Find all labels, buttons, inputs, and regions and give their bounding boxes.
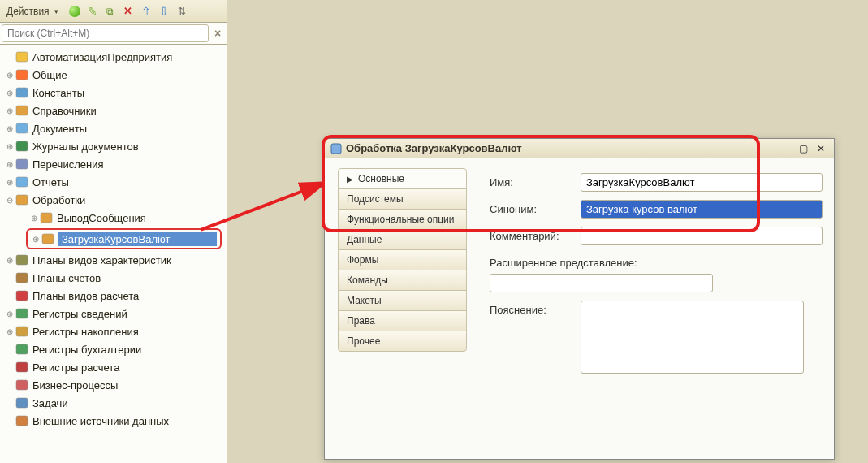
dialog-body: ▶ОсновныеПодсистемыФункциональные опцииД… xyxy=(325,158,834,459)
close-button[interactable]: ✕ xyxy=(813,142,829,155)
explanation-textarea[interactable] xyxy=(581,301,804,374)
name-input[interactable] xyxy=(581,173,823,192)
tree-item-catalogs[interactable]: ⊕Справочники xyxy=(0,102,227,119)
nav-item[interactable]: Права xyxy=(338,310,467,331)
tree-item-dataprocessor-item[interactable]: ⊕ЗагрузкаКурсовВалют xyxy=(28,230,220,248)
calcplans-icon xyxy=(15,288,29,303)
tree-item-bp[interactable]: Бизнес-процессы xyxy=(0,376,227,394)
nav-item[interactable]: Функциональные опции xyxy=(338,209,467,230)
svg-rect-11 xyxy=(16,255,28,265)
search-row: × xyxy=(0,23,227,45)
dataprocessors-icon xyxy=(15,193,29,207)
svg-rect-14 xyxy=(16,309,28,318)
nav-item-label: Формы xyxy=(347,254,378,266)
move-up-button[interactable]: ⇧ xyxy=(138,3,154,19)
svg-rect-9 xyxy=(41,213,52,223)
tree-item-label: Планы видов расчета xyxy=(32,290,223,302)
reports-icon xyxy=(15,175,29,189)
calcreg-icon xyxy=(15,360,29,374)
tree-item-enums[interactable]: ⊕Перечисления xyxy=(0,155,227,173)
comment-input[interactable] xyxy=(581,227,823,245)
expand-icon[interactable]: ⊕ xyxy=(5,89,15,97)
synonym-input[interactable] xyxy=(581,200,823,219)
dialog-titlebar[interactable]: Обработка ЗагрузкаКурсовВалют — ▢ ✕ xyxy=(325,139,834,158)
svg-rect-0 xyxy=(16,52,28,62)
tree-item-label: Регистры накопления xyxy=(32,326,223,338)
expand-icon[interactable]: ⊕ xyxy=(5,309,15,318)
edit-button[interactable]: ✎ xyxy=(84,3,101,19)
charplans-icon xyxy=(15,253,29,267)
tree-item-label: Регистры расчета xyxy=(32,361,223,374)
minimize-button[interactable]: — xyxy=(777,142,793,155)
documents-icon xyxy=(15,121,29,136)
tree-item-reports[interactable]: ⊕Отчеты xyxy=(0,173,227,191)
tree-item-label: Планы видов характеристик xyxy=(32,254,223,266)
svg-rect-19 xyxy=(16,398,28,408)
expand-icon[interactable]: ⊕ xyxy=(5,71,15,80)
tree-item-accumreg[interactable]: ⊕Регистры накопления xyxy=(0,322,227,340)
tree-item-common[interactable]: ⊕Общие xyxy=(0,66,227,84)
expand-icon[interactable]: ⊕ xyxy=(5,327,15,336)
tree-item-journals[interactable]: ⊕Журналы документов xyxy=(0,137,227,155)
synonym-label: Синоним: xyxy=(490,200,581,215)
delete-button[interactable]: ✕ xyxy=(120,3,136,19)
search-input[interactable] xyxy=(2,24,209,42)
toolbar: Действия ▾ ✎ ⧉ ✕ ⇧ ⇩ ⇅ xyxy=(0,0,227,23)
tree-item-charplans[interactable]: ⊕Планы видов характеристик xyxy=(0,251,227,269)
tree-item-globe[interactable]: АвтоматизацияПредприятия xyxy=(0,48,227,66)
tree-item-extdata[interactable]: Внешние источники данных xyxy=(0,412,227,430)
config-tree[interactable]: АвтоматизацияПредприятия⊕Общие⊕Константы… xyxy=(0,45,227,463)
enums-icon xyxy=(15,157,29,171)
actions-menu[interactable]: Действия xyxy=(3,6,53,17)
catalogs-icon xyxy=(15,103,29,118)
accumreg-icon xyxy=(15,324,29,339)
tree-item-label: Регистры бухгалтерии xyxy=(32,344,223,356)
accounts-icon xyxy=(15,270,29,285)
add-button[interactable] xyxy=(67,3,83,19)
svg-rect-7 xyxy=(16,177,28,187)
tree-item-label: Регистры сведений xyxy=(32,308,223,320)
expand-icon[interactable]: ⊖ xyxy=(5,196,15,205)
tree-item-calcplans[interactable]: Планы видов расчета xyxy=(0,287,227,305)
tree-item-calcreg[interactable]: Регистры расчета xyxy=(0,358,227,376)
search-clear-button[interactable]: × xyxy=(210,26,225,41)
maximize-button[interactable]: ▢ xyxy=(795,142,811,155)
nav-item[interactable]: Подсистемы xyxy=(338,188,467,210)
nav-item[interactable]: Макеты xyxy=(338,290,467,311)
tree-item-inforeg[interactable]: ⊕Регистры сведений xyxy=(0,305,227,322)
expand-icon[interactable]: ⊕ xyxy=(5,106,15,115)
expand-icon[interactable]: ⊕ xyxy=(5,256,15,265)
nav-item[interactable]: ▶Основные xyxy=(338,168,467,189)
tree-item-dataprocessor-item[interactable]: ⊕ВыводСообщения xyxy=(0,209,227,227)
tree-item-accreg[interactable]: Регистры бухгалтерии xyxy=(0,340,227,358)
sort-button[interactable]: ⇅ xyxy=(174,3,190,19)
nav-item-label: Основные xyxy=(358,173,404,184)
extended-input[interactable] xyxy=(490,274,713,292)
move-down-button[interactable]: ⇩ xyxy=(156,3,172,19)
tree-item-label: Обработки xyxy=(32,194,223,206)
tree-item-documents[interactable]: ⊕Документы xyxy=(0,119,227,137)
journals-icon xyxy=(15,139,29,154)
svg-rect-13 xyxy=(16,291,28,301)
expand-icon[interactable]: ⊕ xyxy=(29,214,39,223)
copy-button[interactable]: ⧉ xyxy=(102,3,119,19)
tree-item-label: ЗагрузкаКурсовВалют xyxy=(58,232,217,246)
expand-icon[interactable]: ⊕ xyxy=(31,235,41,244)
globe-icon xyxy=(15,50,29,64)
nav-item[interactable]: Данные xyxy=(338,229,467,250)
svg-rect-5 xyxy=(16,141,28,151)
nav-item[interactable]: Прочее xyxy=(338,331,467,352)
tasks-icon xyxy=(15,396,29,410)
nav-item[interactable]: Формы xyxy=(338,249,467,270)
nav-item[interactable]: Команды xyxy=(338,270,467,291)
expand-icon[interactable]: ⊕ xyxy=(5,142,15,151)
tree-item-dataprocessors[interactable]: ⊖Обработки xyxy=(0,191,227,209)
svg-rect-8 xyxy=(16,195,28,205)
tree-item-constants[interactable]: ⊕Константы xyxy=(0,84,227,102)
tree-item-accounts[interactable]: Планы счетов xyxy=(0,269,227,287)
expand-icon[interactable]: ⊕ xyxy=(5,160,15,169)
expand-icon[interactable]: ⊕ xyxy=(5,124,15,133)
actions-dropdown-icon: ▾ xyxy=(54,7,58,15)
expand-icon[interactable]: ⊕ xyxy=(5,178,15,187)
tree-item-tasks[interactable]: Задачи xyxy=(0,394,227,412)
